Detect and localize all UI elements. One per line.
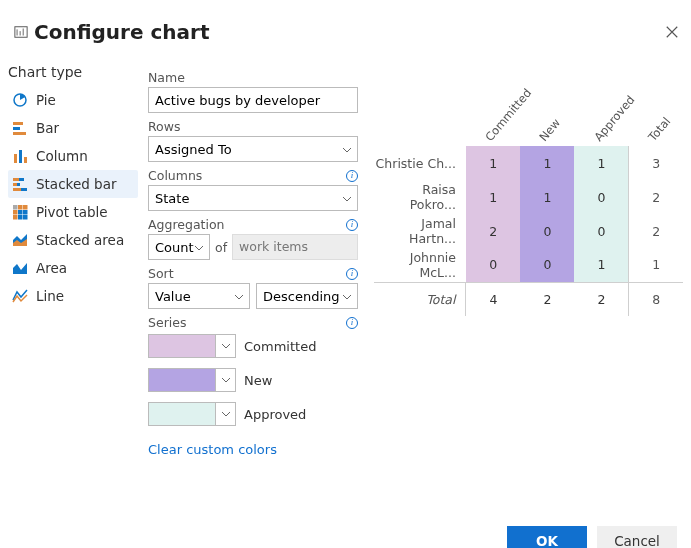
data-cell: 0: [520, 248, 574, 282]
rows-select[interactable]: [148, 136, 358, 162]
series-name-label: Committed: [244, 339, 316, 354]
row-label: Jamal Hartn...: [374, 214, 466, 248]
total-cell: 4: [466, 282, 520, 316]
rows-label: Rows: [148, 119, 358, 134]
total-cell: 2: [574, 282, 628, 316]
name-label: Name: [148, 70, 358, 85]
total-label: Total: [374, 282, 466, 316]
data-cell: 2: [466, 214, 520, 248]
svg-rect-13: [13, 183, 17, 186]
info-icon[interactable]: i: [346, 170, 358, 182]
chevron-down-icon: [215, 403, 235, 425]
chart-preview: CommittedNewApprovedTotalChristie Ch...1…: [368, 64, 683, 457]
sort-label: Sort: [148, 266, 174, 281]
chevron-down-icon: [215, 335, 235, 357]
columns-select[interactable]: [148, 185, 358, 211]
data-cell: 2: [629, 180, 683, 214]
series-name-label: New: [244, 373, 272, 388]
clear-custom-colors-link[interactable]: Clear custom colors: [148, 442, 277, 457]
series-color-picker[interactable]: [148, 368, 236, 392]
svg-rect-20: [13, 210, 18, 215]
chevron-down-icon: [215, 369, 235, 391]
data-cell: 2: [629, 214, 683, 248]
chart-type-pie[interactable]: Pie: [8, 86, 138, 114]
cancel-button[interactable]: Cancel: [597, 526, 677, 548]
svg-rect-25: [23, 215, 28, 220]
data-cell: 1: [466, 146, 520, 180]
data-cell: 0: [466, 248, 520, 282]
sort-direction-select[interactable]: [256, 283, 358, 309]
chart-type-sidebar: Chart type Pie Bar Column Stacked b: [8, 64, 138, 457]
svg-rect-14: [17, 183, 20, 186]
column-header: Total: [645, 114, 673, 144]
stacked-bar-icon: [12, 176, 28, 192]
svg-rect-9: [19, 150, 22, 163]
data-cell: 1: [520, 146, 574, 180]
info-icon[interactable]: i: [346, 219, 358, 231]
chart-dialog-icon: [14, 25, 28, 39]
row-label: Raisa Pokro...: [374, 180, 466, 214]
aggregation-label: Aggregation: [148, 217, 225, 232]
svg-rect-19: [23, 205, 28, 210]
data-cell: 1: [574, 146, 628, 180]
data-cell: 3: [629, 146, 683, 180]
series-color-picker[interactable]: [148, 402, 236, 426]
data-cell: 0: [520, 214, 574, 248]
dialog-title: Configure chart: [34, 20, 209, 44]
series-name-label: Approved: [244, 407, 306, 422]
chart-type-line[interactable]: Line: [8, 282, 138, 310]
info-icon[interactable]: i: [346, 317, 358, 329]
svg-rect-18: [18, 205, 23, 210]
data-cell: 1: [629, 248, 683, 282]
svg-rect-15: [13, 188, 21, 191]
data-cell: 0: [574, 180, 628, 214]
total-cell: 2: [520, 282, 574, 316]
chart-config-form: Name Rows Columnsi Aggregationi of work …: [148, 64, 358, 457]
svg-rect-21: [18, 210, 23, 215]
totals-row: Total4228: [374, 282, 683, 316]
data-cell: 1: [520, 180, 574, 214]
chart-type-heading: Chart type: [8, 64, 138, 80]
info-icon[interactable]: i: [346, 268, 358, 280]
svg-rect-6: [13, 127, 20, 130]
series-row: Committed: [148, 334, 358, 358]
chart-type-pivot-table[interactable]: Pivot table: [8, 198, 138, 226]
column-icon: [12, 148, 28, 164]
chart-type-area[interactable]: Area: [8, 254, 138, 282]
svg-rect-8: [14, 154, 17, 163]
data-cell: 1: [466, 180, 520, 214]
svg-rect-22: [23, 210, 28, 215]
svg-rect-10: [24, 157, 27, 163]
table-row: Christie Ch...1113: [374, 146, 683, 180]
row-label: Christie Ch...: [374, 146, 466, 180]
bar-icon: [12, 120, 28, 136]
table-row: Raisa Pokro...1102: [374, 180, 683, 214]
data-cell: 1: [574, 248, 628, 282]
area-icon: [12, 260, 28, 276]
aggregation-select[interactable]: [148, 234, 210, 260]
svg-rect-23: [13, 215, 18, 220]
stacked-area-icon: [12, 232, 28, 248]
chart-type-bar[interactable]: Bar: [8, 114, 138, 142]
data-cell: 0: [574, 214, 628, 248]
svg-rect-17: [13, 205, 18, 210]
svg-rect-24: [18, 215, 23, 220]
chart-type-stacked-area[interactable]: Stacked area: [8, 226, 138, 254]
series-row: Approved: [148, 402, 358, 426]
series-row: New: [148, 368, 358, 392]
aggregation-unit: work items: [232, 234, 358, 260]
sort-field-select[interactable]: [148, 283, 250, 309]
svg-rect-7: [13, 132, 26, 135]
chart-type-column[interactable]: Column: [8, 142, 138, 170]
name-input[interactable]: [148, 87, 358, 113]
close-icon[interactable]: [665, 24, 679, 43]
line-icon: [12, 288, 28, 304]
series-label: Series: [148, 315, 186, 330]
total-cell: 8: [629, 282, 683, 316]
svg-rect-5: [13, 122, 23, 125]
row-label: Johnnie McL...: [374, 248, 466, 282]
ok-button[interactable]: OK: [507, 526, 587, 548]
chart-type-stacked-bar[interactable]: Stacked bar: [8, 170, 138, 198]
aggregation-of-text: of: [215, 240, 227, 255]
series-color-picker[interactable]: [148, 334, 236, 358]
